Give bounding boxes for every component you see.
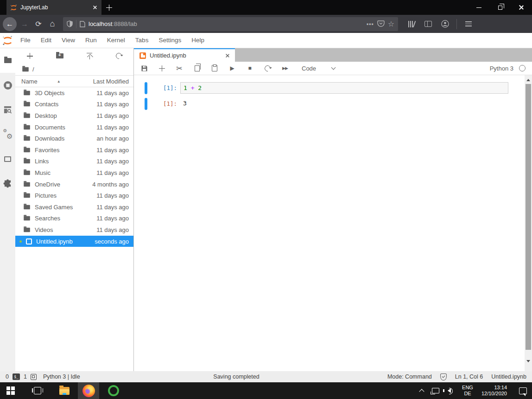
- network-icon[interactable]: [429, 382, 443, 399]
- file-row[interactable]: Videos11 days ago: [15, 224, 133, 236]
- file-row[interactable]: Favorites11 days ago: [15, 144, 133, 156]
- volume-icon[interactable]: [444, 382, 457, 399]
- scrollbar[interactable]: [525, 75, 532, 371]
- column-last-modified[interactable]: Last Modified: [93, 78, 129, 85]
- firefox-button[interactable]: [78, 382, 99, 399]
- sidebar-item-filebrowser[interactable]: [0, 48, 15, 73]
- file-row[interactable]: Links11 days ago: [15, 156, 133, 167]
- tray-chevron-up-icon[interactable]: [417, 382, 427, 399]
- restart-run-all-button[interactable]: ▶▶: [281, 66, 289, 71]
- sidebars-icon[interactable]: [421, 17, 435, 31]
- tab-untitled-ipynb[interactable]: Untitled.ipynb: [134, 48, 235, 62]
- kernel-chip-icon[interactable]: [31, 374, 37, 380]
- page-actions-icon[interactable]: •••: [367, 21, 374, 27]
- refresh-icon[interactable]: [114, 51, 123, 60]
- file-row[interactable]: Documents11 days ago: [15, 122, 133, 133]
- sidebar-item-inspector[interactable]: ⚙⚙: [0, 122, 15, 147]
- menu-edit[interactable]: Edit: [36, 33, 57, 48]
- forward-button[interactable]: →: [18, 17, 32, 31]
- upload-icon[interactable]: [86, 53, 93, 59]
- kernels-count[interactable]: 1: [24, 373, 27, 380]
- command-mode-indicator[interactable]: Mode: Command: [387, 373, 432, 380]
- cursor-position[interactable]: Ln 1, Col 6: [455, 373, 483, 380]
- back-button[interactable]: ←: [3, 17, 17, 31]
- close-window-button[interactable]: [511, 0, 532, 15]
- file-row[interactable]: Desktop11 days ago: [15, 110, 133, 122]
- file-row[interactable]: Downloadsan hour ago: [15, 133, 133, 144]
- home-folder-icon[interactable]: [22, 67, 29, 71]
- scroll-up-icon[interactable]: [525, 76, 532, 84]
- cell-type-dropdown[interactable]: Code: [302, 65, 335, 72]
- menu-kernel[interactable]: Kernel: [102, 33, 130, 48]
- browser-tab-jupyterlab[interactable]: JupyterLab: [6, 0, 101, 15]
- sidebar-item-running[interactable]: [0, 73, 15, 97]
- sidebar-item-commands[interactable]: [0, 97, 15, 122]
- page-icon[interactable]: [80, 21, 85, 27]
- home-button[interactable]: ⌂: [45, 17, 59, 31]
- file-row[interactable]: Contacts11 days ago: [15, 99, 133, 110]
- new-tab-button[interactable]: [101, 0, 116, 15]
- clock[interactable]: 13:14 12/10/2020: [478, 382, 510, 399]
- url-bar[interactable]: localhost:8888/lab ••• ☆: [63, 17, 398, 31]
- sidebar-item-open-tabs[interactable]: [0, 147, 15, 171]
- menu-settings[interactable]: Settings: [153, 33, 186, 48]
- restart-kernel-button[interactable]: [264, 65, 271, 71]
- file-row-selected[interactable]: Untitled.ipynb seconds ago: [15, 236, 133, 247]
- output-area[interactable]: [1]: 3: [134, 98, 525, 110]
- kernel-name[interactable]: Python 3: [490, 65, 513, 72]
- pocket-icon[interactable]: [377, 20, 385, 27]
- library-icon[interactable]: [405, 17, 418, 31]
- cut-cells-button[interactable]: ✂: [176, 64, 183, 73]
- file-row[interactable]: Saved Games11 days ago: [15, 201, 133, 213]
- interrupt-kernel-button[interactable]: ■: [246, 65, 253, 71]
- menu-tabs[interactable]: Tabs: [130, 33, 154, 48]
- terminal-icon[interactable]: $_: [13, 373, 20, 380]
- kernel-status-text[interactable]: Python 3 | Idle: [43, 373, 80, 380]
- close-tab-icon[interactable]: [225, 53, 230, 58]
- file-row[interactable]: OneDrive4 months ago: [15, 179, 133, 190]
- url-text[interactable]: localhost:8888/lab: [89, 20, 363, 27]
- copy-cells-button[interactable]: [193, 65, 201, 71]
- task-view-button[interactable]: [27, 382, 48, 399]
- run-cell-button[interactable]: ▶: [228, 65, 236, 71]
- account-icon[interactable]: [438, 17, 452, 31]
- menu-help[interactable]: Help: [186, 33, 209, 48]
- scrollbar-thumb[interactable]: [526, 84, 531, 350]
- menu-run[interactable]: Run: [80, 33, 102, 48]
- language-indicator[interactable]: ENG DE: [459, 382, 476, 399]
- file-row[interactable]: Music11 days ago: [15, 167, 133, 179]
- kernel-status-icon[interactable]: [519, 65, 526, 71]
- save-button[interactable]: [140, 65, 148, 72]
- scroll-down-icon[interactable]: [525, 357, 532, 365]
- menu-file[interactable]: File: [15, 33, 36, 48]
- column-name[interactable]: Name: [21, 78, 38, 85]
- trust-shield-icon[interactable]: [440, 373, 447, 380]
- sort-ascending-icon[interactable]: ▲: [57, 79, 61, 84]
- menu-hamburger-icon[interactable]: [462, 17, 475, 31]
- code-cell[interactable]: [1]: 1 + 2: [134, 82, 525, 94]
- restore-button[interactable]: [489, 0, 511, 15]
- close-tab-icon[interactable]: [93, 5, 97, 10]
- start-button[interactable]: [0, 382, 21, 399]
- file-row[interactable]: Pictures11 days ago: [15, 190, 133, 201]
- file-row[interactable]: Searches11 days ago: [15, 213, 133, 225]
- minimize-button[interactable]: [468, 0, 489, 15]
- new-launcher-icon[interactable]: [27, 53, 33, 59]
- action-center-button[interactable]: [516, 382, 530, 399]
- notebook-content[interactable]: [1]: 1 + 2 [1]: 3: [134, 75, 532, 371]
- paste-cells-button[interactable]: [211, 65, 218, 71]
- new-folder-icon[interactable]: [56, 53, 63, 58]
- terminals-count[interactable]: 0: [6, 373, 9, 380]
- code-editor[interactable]: 1 + 2: [180, 82, 508, 94]
- reload-button[interactable]: ⟳: [32, 17, 45, 31]
- breadcrumb[interactable]: /: [15, 64, 133, 76]
- file-explorer-button[interactable]: [54, 382, 75, 399]
- bookmark-star-icon[interactable]: ☆: [388, 19, 394, 28]
- menu-view[interactable]: View: [57, 33, 80, 48]
- tracking-shield-icon[interactable]: [67, 20, 73, 27]
- breadcrumb-root[interactable]: /: [32, 66, 34, 73]
- green-ring-app-button[interactable]: [103, 382, 124, 399]
- sidebar-item-extensions[interactable]: [0, 171, 15, 196]
- file-row[interactable]: 3D Objects11 days ago: [15, 87, 133, 99]
- insert-cell-button[interactable]: [158, 65, 165, 71]
